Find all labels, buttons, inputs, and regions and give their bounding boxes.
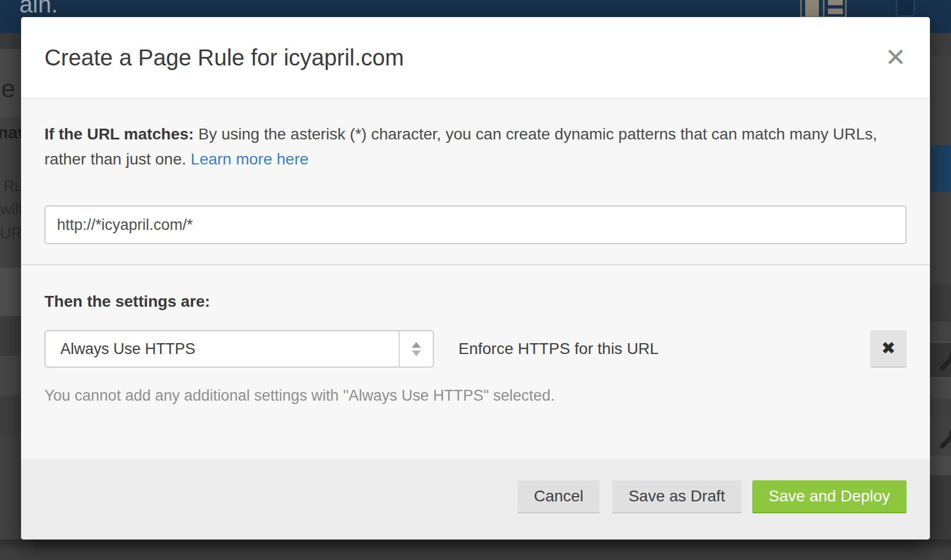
setting-description: Enforce HTTPS for this URL: [458, 330, 659, 368]
background-band: [0, 33, 21, 49]
background-text-fragment: e: [1, 75, 15, 103]
modal-drop-shadow: [0, 540, 951, 560]
section-divider: [21, 264, 930, 265]
close-icon[interactable]: ✕: [885, 45, 906, 70]
create-page-rule-modal: Create a Page Rule for icyapril.com ✕ If…: [21, 17, 930, 540]
background-band: [930, 398, 951, 419]
modal-header: Create a Page Rule for icyapril.com ✕: [21, 17, 930, 99]
background-topbar-text: ain.: [19, 0, 58, 18]
url-pattern-input[interactable]: [44, 205, 907, 244]
cancel-button[interactable]: Cancel: [518, 480, 600, 513]
settings-heading: Then the settings are:: [44, 293, 210, 311]
setting-select-value: Always Use HTTPS: [46, 331, 399, 367]
background-text-fragment: UR: [0, 225, 22, 242]
background-text-fragment: will: [1, 201, 22, 219]
dimmed-action-button: [931, 145, 951, 192]
background-band: [930, 285, 951, 322]
background-band: [930, 33, 951, 56]
background-band: [0, 356, 21, 396]
select-stepper-icon: [399, 331, 433, 367]
background-band: [0, 396, 21, 435]
save-as-draft-button[interactable]: Save as Draft: [612, 480, 741, 513]
modal-footer: Cancel Save as Draft Save and Deploy: [21, 459, 930, 540]
background-band: [0, 267, 21, 316]
wrench-icon: [932, 419, 951, 456]
setting-note: You cannot add any additional settings w…: [44, 387, 555, 405]
view-toggle-icon: [800, 0, 847, 18]
remove-icon: ✖: [881, 339, 895, 357]
background-band: [930, 322, 951, 341]
remove-setting-button[interactable]: ✖: [870, 330, 907, 368]
background-text-fragment: Ru: [3, 178, 23, 195]
modal-title: Create a Page Rule for icyapril.com: [44, 45, 404, 71]
wrench-icon: [932, 341, 951, 378]
modal-body: If the URL matches: By using the asteris…: [21, 99, 930, 458]
learn-more-link[interactable]: Learn more here: [191, 150, 309, 168]
background-band: [930, 378, 951, 398]
background-band: [930, 455, 951, 475]
topbar-widget-icon: [896, 0, 915, 17]
save-and-deploy-button[interactable]: Save and Deploy: [752, 480, 907, 513]
background-band: [930, 475, 951, 541]
url-match-label: If the URL matches:: [44, 125, 194, 143]
background-band: [0, 316, 21, 356]
setting-select[interactable]: Always Use HTTPS: [44, 330, 434, 368]
url-match-description: If the URL matches: By using the asteris…: [44, 122, 908, 172]
